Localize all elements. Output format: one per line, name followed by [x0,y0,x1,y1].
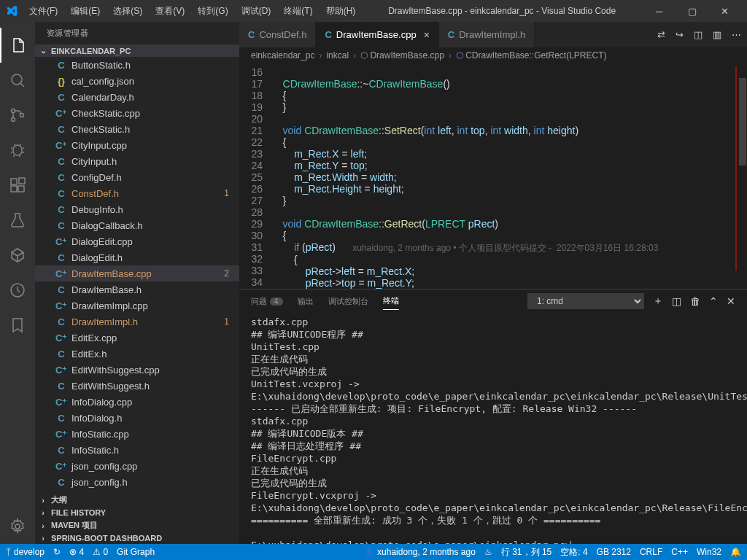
new-terminal-icon[interactable]: ＋ [653,295,663,308]
terminal[interactable]: stdafx.cpp## 编译UNICODE程序 ##UnitTest.cpp正… [239,313,747,544]
go-icon[interactable]: ↪ [676,29,684,40]
file-item[interactable]: CConstDef.h1 [35,185,239,201]
status-branch[interactable]: ᛘ develop [6,547,44,557]
explorer-icon[interactable] [0,28,35,63]
settings-icon[interactable] [0,509,35,544]
tab-terminal[interactable]: 终端 [383,292,399,310]
menu-item[interactable]: 编辑(E) [65,2,106,20]
scrollbar-v[interactable] [737,63,747,289]
source-control-icon[interactable] [0,98,35,133]
code-lines[interactable]: CDrawItemBase::~CDrawItemBase() { } void… [271,63,747,289]
compare-icon[interactable]: ⇄ [657,29,665,40]
menu-item[interactable]: 查看(V) [150,2,190,20]
breadcrumb-item[interactable]: einkcalendar_pc [251,50,314,61]
status-warnings[interactable]: ⚠ 0 [93,547,108,557]
maven-icon[interactable] [0,238,35,273]
file-item[interactable]: CDrawItemBase.h [35,281,239,298]
file-item[interactable]: CConfigDef.h [35,169,239,185]
file-item[interactable]: CCityInput.h [35,153,239,169]
breadcrumb-item[interactable]: ⬡ DrawItemBase.cpp [360,50,444,61]
split-terminal-icon[interactable]: ◫ [672,295,681,307]
maximize-panel-icon[interactable]: ⌃ [709,295,718,307]
editor-tab[interactable]: CDrawItemImpl.h [439,22,535,47]
editor-tab[interactable]: CConstDef.h [239,22,316,47]
sidebar: 资源管理器 ⌄EINKCALENDAR_PC CButtonStatic.h{}… [35,22,239,544]
breadcrumb-item[interactable]: ⬡ CDrawItemBase::GetRect(LPRECT) [456,50,607,61]
status-encoding[interactable]: GB 2312 [597,547,631,557]
more-icon[interactable]: ⋯ [732,29,741,40]
file-item[interactable]: CCheckStatic.h [35,121,239,137]
tab-output[interactable]: 输出 [298,293,314,310]
kill-terminal-icon[interactable]: 🗑 [690,295,700,307]
breadcrumb-item[interactable]: inkcal [326,50,349,61]
file-name: InfoDialog.h [71,413,122,424]
file-item[interactable]: CInfoStatic.h [35,442,239,458]
file-item[interactable]: CEditEx.h [35,346,239,362]
history-icon[interactable] [0,273,35,308]
file-item[interactable]: CDrawItemImpl.h1 [35,314,239,330]
layout-icon[interactable]: ▥ [713,29,721,40]
sidebar-section[interactable]: ›SPRING-BOOT DASHBOARD [35,532,239,544]
file-item[interactable]: C⁺InfoStatic.cpp [35,426,239,442]
close-panel-icon[interactable]: ✕ [727,295,735,307]
file-item[interactable]: C⁺CityInput.cpp [35,137,239,153]
sidebar-section[interactable]: ›MAVEN 项目 [35,518,239,532]
sidebar-section[interactable]: ›大纲 [35,493,239,507]
split-icon[interactable]: ◫ [694,29,703,40]
file-item[interactable]: C⁺json_config.cpp [35,458,239,474]
terminal-selector[interactable]: 1: cmd [527,293,644,309]
status-position[interactable]: 行 31，列 15 [501,546,551,559]
status-errors[interactable]: ⊗ 4 [69,547,84,557]
file-item[interactable]: C⁺InfoDialog.cpp [35,394,239,410]
file-item[interactable]: CDialogCallback.h [35,217,239,233]
extensions-icon[interactable] [0,168,35,203]
status-eol[interactable]: CRLF [640,547,662,557]
menu-item[interactable]: 选择(S) [107,2,148,20]
file-item[interactable]: CButtonStatic.h [35,57,239,73]
test-icon[interactable] [0,203,35,238]
file-item[interactable]: C⁺EditEx.cpp [35,330,239,346]
file-item[interactable]: CDialogEdit.h [35,249,239,265]
tab-problems[interactable]: 问题4 [251,293,283,310]
project-root[interactable]: ⌄EINKCALENDAR_PC [35,44,239,57]
tab-debug[interactable]: 调试控制台 [328,293,368,310]
file-item[interactable]: Cjson_config.h [35,474,239,490]
status-gitgraph[interactable]: Git Graph [117,547,155,557]
status-spaces[interactable]: 空格: 4 [560,546,587,559]
close-tab-icon[interactable]: × [424,29,430,41]
menu-item[interactable]: 转到(G) [192,2,233,20]
maximize-button[interactable]: ▢ [676,0,708,22]
editor-tab[interactable]: CDrawItemBase.cpp× [316,22,438,47]
status-bell[interactable]: 🔔 [730,547,741,557]
file-item[interactable]: CEditWithSuggest.h [35,378,239,394]
status-platform[interactable]: Win32 [697,547,721,557]
bookmark-icon[interactable] [0,308,35,343]
status-language[interactable]: C++ [671,547,688,557]
sidebar-section[interactable]: ›FILE HISTORY [35,507,239,518]
close-button[interactable]: ✕ [708,0,741,22]
menu-item[interactable]: 调试(D) [236,2,277,20]
debug-icon[interactable] [0,133,35,168]
file-icon: C [55,477,67,488]
file-item[interactable]: C⁺DrawItemBase.cpp2 [35,265,239,281]
status-blame[interactable]: 👤 xuhaidong, 2 months ago [363,547,476,557]
file-item[interactable]: {}cal_config.json [35,73,239,89]
file-item[interactable]: CCalendarDay.h [35,89,239,105]
status-sync[interactable]: ↻ [53,547,61,557]
menu-item[interactable]: 帮助(H) [320,2,362,20]
status-flame[interactable]: ♨ [484,547,492,557]
file-item[interactable]: C⁺CheckStatic.cpp [35,105,239,121]
file-item[interactable]: C⁺DialogEdit.cpp [35,233,239,249]
file-item[interactable]: C⁺DrawItemImpl.cpp [35,298,239,314]
file-item[interactable]: CDebugInfo.h [35,201,239,217]
minimize-button[interactable]: ─ [643,0,676,22]
menu-item[interactable]: 文件(F) [23,2,63,20]
code-editor[interactable]: 16 17 18 19 20 21 22 23 24 25 26 27 28 2… [239,63,747,289]
search-icon[interactable] [0,63,35,98]
file-item[interactable]: CInfoDialog.h [35,410,239,426]
file-name: ConstDef.h [71,188,119,199]
file-item[interactable]: C⁺EditWithSuggest.cpp [35,362,239,378]
scroll-thumb[interactable] [739,78,746,166]
menu-item[interactable]: 终端(T) [278,2,318,20]
breadcrumb[interactable]: einkcalendar_pc›inkcal›⬡ DrawItemBase.cp… [239,47,747,63]
